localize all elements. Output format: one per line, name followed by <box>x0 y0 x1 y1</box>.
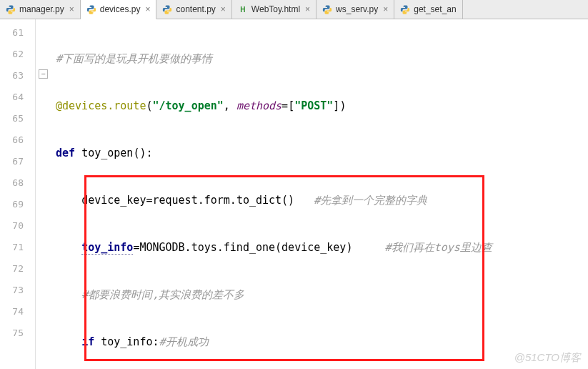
comment: #我们再在toys里边查 <box>385 241 492 254</box>
keyword: def <box>56 147 81 159</box>
watermark: @51CTO博客 <box>514 351 581 365</box>
svg-point-0 <box>9 6 9 6</box>
tab-label: devices.py <box>100 4 141 14</box>
line-number: 72 <box>0 258 35 280</box>
line-number: 68 <box>0 172 35 194</box>
line-number: 62 <box>0 44 35 65</box>
comment: #都要浪费时间,其实浪费的差不多 <box>81 288 244 301</box>
python-icon <box>400 4 410 14</box>
string: "POST" <box>294 99 333 112</box>
tab-label: manager.py <box>19 4 64 14</box>
python-icon <box>6 4 16 14</box>
decorator: @devices.route <box>56 99 146 112</box>
tab-content-py[interactable]: content.py × <box>156 0 231 19</box>
tab-manager-py[interactable]: manager.py × <box>0 0 81 19</box>
line-number: 74 <box>0 301 35 323</box>
line-number: 61 <box>0 22 35 44</box>
code-line[interactable]: toy_info=MONGODB.toys.find_one(device_ke… <box>56 237 588 258</box>
code-line[interactable]: #都要浪费时间,其实浪费的差不多 <box>56 284 588 305</box>
code-line[interactable]: #下面写的是玩具开机要做的事情 <box>56 48 588 69</box>
line-number: 73 <box>0 280 35 301</box>
code-line[interactable]: device_key=request.form.to_dict() #先拿到一个… <box>56 190 588 211</box>
svg-point-3 <box>92 12 93 13</box>
comment: #下面写的是玩具开机要做的事情 <box>56 52 212 65</box>
line-number: 71 <box>0 237 35 258</box>
line-number: 64 <box>0 87 35 108</box>
comment: #先拿到一个完整的字典 <box>314 194 427 207</box>
line-number: 67 <box>0 151 35 172</box>
svg-point-8 <box>403 6 404 6</box>
svg-point-2 <box>89 6 90 6</box>
tab-label: content.py <box>176 4 215 14</box>
close-icon[interactable]: × <box>221 4 226 14</box>
svg-point-9 <box>407 12 407 13</box>
svg-point-6 <box>325 6 326 6</box>
code-line[interactable]: def toy_open(): <box>56 142 588 164</box>
tab-label: ws_serv.py <box>336 4 378 14</box>
code-area[interactable]: #下面写的是玩具开机要做的事情 @devices.route("/toy_ope… <box>56 19 588 369</box>
svg-point-5 <box>169 12 169 13</box>
code-line[interactable]: if toy_info:#开机成功 <box>56 331 588 353</box>
tab-devices-py[interactable]: devices.py × <box>81 0 157 19</box>
line-number: 65 <box>0 108 35 129</box>
python-icon <box>162 4 172 14</box>
line-number: 66 <box>0 129 35 151</box>
close-icon[interactable]: × <box>145 4 150 14</box>
tab-label: WebToy.html <box>251 4 300 14</box>
tab-get-set-an[interactable]: get_set_an <box>394 0 462 19</box>
line-number: 75 <box>0 323 35 344</box>
line-gutter: 61 62 63 64 65 66 67 68 69 70 71 72 73 7… <box>0 19 36 369</box>
close-icon[interactable]: × <box>69 4 74 14</box>
tab-webtoy-html[interactable]: H WebToy.html × <box>232 0 317 19</box>
svg-point-1 <box>12 12 13 13</box>
fold-toggle-icon[interactable]: − <box>39 69 48 79</box>
line-number: 69 <box>0 194 35 215</box>
svg-point-7 <box>329 12 329 13</box>
line-number: 63 <box>0 65 35 87</box>
editor: 61 62 63 64 65 66 67 68 69 70 71 72 73 7… <box>0 19 588 369</box>
string: "/toy_open" <box>152 99 223 112</box>
tab-ws-serv-py[interactable]: ws_serv.py × <box>317 0 394 19</box>
svg-point-4 <box>166 6 166 6</box>
tab-bar: manager.py × devices.py × content.py × H… <box>0 0 588 19</box>
keyword: if <box>81 335 101 348</box>
line-number: 70 <box>0 215 35 237</box>
python-icon <box>86 4 96 14</box>
code-line[interactable]: @devices.route("/toy_open", methods=["PO… <box>56 95 588 117</box>
python-icon <box>322 4 332 14</box>
html-icon: H <box>238 4 248 14</box>
close-icon[interactable]: × <box>383 4 388 14</box>
fold-column: − <box>36 19 56 369</box>
tab-label: get_set_an <box>414 4 456 14</box>
comment: #开机成功 <box>159 335 209 348</box>
close-icon[interactable]: × <box>305 4 310 14</box>
